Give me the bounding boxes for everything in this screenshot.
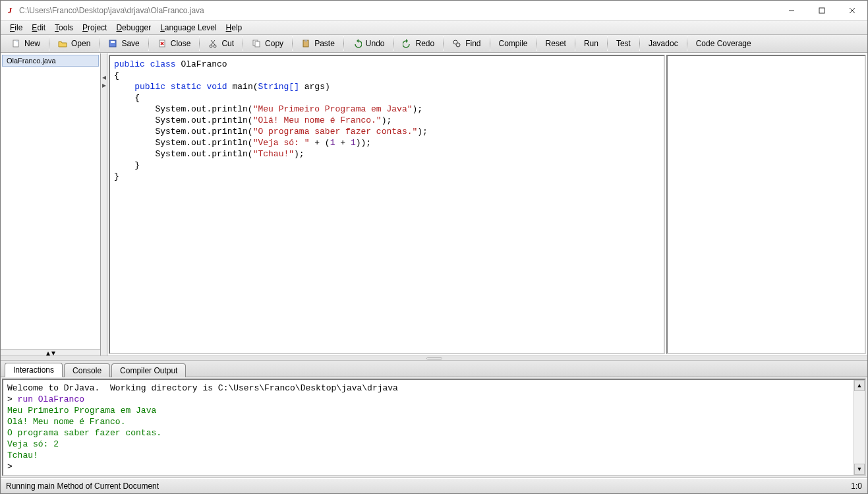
menu-language-level[interactable]: Language Level — [156, 22, 220, 34]
find-button[interactable]: Find — [444, 36, 488, 51]
console-output-line: Veja só: 2 — [7, 439, 59, 449]
svg-rect-17 — [304, 40, 307, 42]
menu-project[interactable]: Project — [78, 22, 111, 34]
svg-rect-6 — [111, 41, 115, 43]
new-icon — [11, 39, 20, 48]
copy-icon — [252, 39, 261, 48]
svg-rect-15 — [255, 42, 260, 47]
editor-container: public class OlaFranco { public static v… — [107, 53, 867, 355]
run-button[interactable]: Run — [576, 36, 606, 51]
bottom-tabs: Interactions Console Compiler Output — [1, 361, 867, 377]
maximize-button[interactable] — [807, 1, 837, 20]
toolbar: New Open Save Close Cut Copy Paste Undo … — [1, 35, 867, 53]
menubar: File Edit Tools Project Debugger Languag… — [1, 20, 867, 35]
close-button-tb[interactable]: Close — [150, 36, 199, 51]
console-output-line: Meu Primeiro Programa em Java — [7, 406, 156, 416]
compile-button[interactable]: Compile — [491, 36, 536, 51]
close-file-icon — [158, 39, 167, 48]
open-icon — [58, 39, 67, 48]
svg-point-10 — [210, 45, 212, 47]
console-prompt: > — [7, 394, 18, 404]
app-icon: J — [5, 5, 15, 16]
console-output-line: Tchau! — [7, 450, 38, 460]
undo-icon — [353, 39, 362, 48]
svg-point-19 — [456, 43, 460, 47]
coverage-button[interactable]: Code Coverage — [688, 36, 759, 51]
paste-button[interactable]: Paste — [293, 36, 343, 51]
file-list-sidebar: OlaFranco.java ▴ ▾ — [1, 53, 101, 355]
status-message: Running main Method of Current Document — [6, 481, 159, 491]
tab-compiler-output[interactable]: Compiler Output — [111, 363, 186, 377]
horizontal-splitter[interactable] — [1, 355, 867, 361]
titlebar: J C:\Users\Franco\Desktop\java\drjava\Ol… — [1, 1, 867, 20]
minimize-button[interactable] — [776, 1, 807, 20]
menu-tools[interactable]: Tools — [51, 22, 77, 34]
tab-console[interactable]: Console — [64, 363, 110, 377]
statusbar: Running main Method of Current Document … — [1, 478, 867, 493]
console-prompt: > — [7, 462, 13, 472]
save-icon — [108, 39, 117, 48]
console-output-line: O programa saber fazer contas. — [7, 428, 161, 438]
svg-rect-1 — [819, 8, 825, 13]
undo-button[interactable]: Undo — [345, 36, 393, 51]
redo-button[interactable]: Redo — [395, 36, 443, 51]
code-editor[interactable]: public class OlaFranco { public static v… — [109, 55, 665, 354]
menu-file[interactable]: File — [6, 22, 26, 34]
menu-debugger[interactable]: Debugger — [112, 22, 155, 34]
bottom-pane: Interactions Console Compiler Output Wel… — [1, 361, 867, 478]
console-output-line: Olá! Meu nome é Franco. — [7, 417, 125, 427]
reset-button[interactable]: Reset — [538, 36, 574, 51]
tab-interactions[interactable]: Interactions — [5, 363, 63, 377]
workarea: OlaFranco.java ▴ ▾ ◂ ▸ public class OlaF… — [1, 53, 867, 355]
find-icon — [452, 39, 461, 48]
javadoc-button[interactable]: Javadoc — [641, 36, 686, 51]
cursor-position: 1:0 — [851, 481, 862, 491]
menu-help[interactable]: Help — [222, 22, 246, 34]
interactions-console[interactable]: Welcome to DrJava. Working directory is … — [2, 379, 866, 476]
window-controls — [776, 1, 867, 20]
save-button[interactable]: Save — [100, 36, 147, 51]
redo-icon — [403, 39, 412, 48]
cut-icon — [208, 39, 217, 48]
paste-icon — [301, 39, 310, 48]
copy-button[interactable]: Copy — [244, 36, 291, 51]
scroll-up-icon[interactable]: ▴ — [854, 380, 865, 391]
test-button[interactable]: Test — [608, 36, 639, 51]
window-title: C:\Users\Franco\Desktop\java\drjava\OlaF… — [19, 6, 204, 15]
cut-button[interactable]: Cut — [200, 36, 242, 51]
console-command: run OlaFranco — [18, 394, 84, 404]
svg-rect-4 — [13, 40, 18, 47]
vertical-splitter[interactable]: ◂ ▸ — [101, 53, 107, 355]
menu-edit[interactable]: Edit — [28, 22, 49, 34]
close-button[interactable] — [837, 1, 867, 20]
sidebar-collapse-handles[interactable]: ▴ ▾ — [1, 349, 100, 355]
chevron-right-icon: ▸ — [101, 81, 107, 89]
console-scrollbar[interactable]: ▴ ▾ — [854, 380, 865, 475]
scroll-down-icon[interactable]: ▾ — [854, 464, 865, 475]
right-panel — [666, 55, 866, 354]
svg-point-11 — [214, 45, 216, 47]
open-button[interactable]: Open — [50, 36, 98, 51]
new-button[interactable]: New — [3, 36, 48, 51]
open-file-tab[interactable]: OlaFranco.java — [2, 55, 99, 67]
console-welcome: Welcome to DrJava. Working directory is … — [7, 383, 398, 393]
